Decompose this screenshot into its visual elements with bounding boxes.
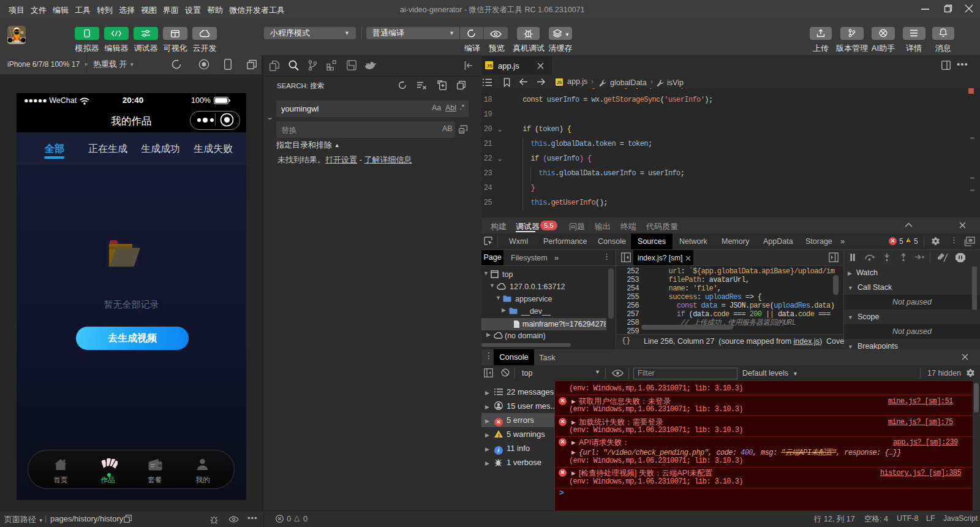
svg-text:ab: ab [460, 129, 464, 133]
